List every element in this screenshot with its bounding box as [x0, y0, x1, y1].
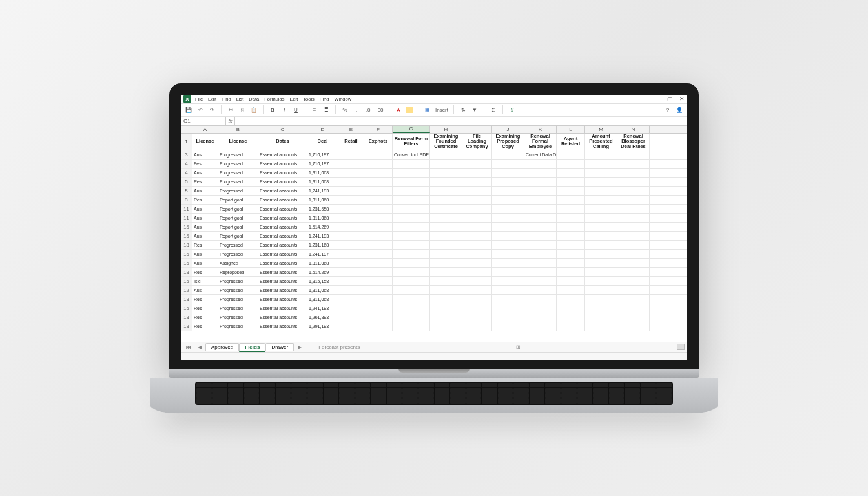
cell[interactable]	[492, 241, 524, 249]
cell[interactable]	[393, 322, 430, 331]
cell[interactable]: Res	[192, 196, 218, 204]
cell[interactable]	[492, 313, 524, 322]
cell[interactable]	[492, 268, 524, 276]
menu-list[interactable]: List	[236, 96, 244, 102]
cell[interactable]	[364, 223, 393, 231]
cell[interactable]	[585, 214, 617, 222]
cell[interactable]	[585, 169, 617, 177]
cell[interactable]: Essential accounts	[258, 286, 307, 294]
cell[interactable]	[617, 205, 650, 213]
cell[interactable]: Progressed	[218, 250, 258, 258]
cell[interactable]	[462, 187, 492, 195]
menu-file[interactable]: File	[195, 96, 203, 102]
cell[interactable]	[338, 313, 364, 322]
cell[interactable]: 1,710,197	[307, 160, 338, 168]
cell[interactable]	[338, 205, 364, 213]
cell[interactable]	[585, 313, 617, 322]
cell[interactable]	[364, 322, 393, 331]
cell[interactable]	[338, 259, 364, 267]
cell[interactable]	[462, 205, 492, 213]
column-header-M[interactable]: M	[585, 126, 617, 133]
cell[interactable]	[557, 196, 585, 204]
spreadsheet-grid[interactable]: ABCDEFGHIJKLMN 1LicenseLicenseDatesDealR…	[181, 126, 687, 342]
insert-chart-icon[interactable]: ▦	[424, 106, 431, 114]
cell[interactable]	[462, 241, 492, 249]
column-header-L[interactable]: L	[557, 126, 585, 133]
header-cell[interactable]: Amount Presented Calling	[585, 134, 617, 150]
cell[interactable]	[462, 223, 492, 231]
cell[interactable]	[524, 313, 557, 322]
cell[interactable]	[364, 259, 393, 267]
cell[interactable]	[557, 259, 585, 267]
column-header-N[interactable]: N	[617, 126, 650, 133]
cell[interactable]	[585, 160, 617, 168]
cell[interactable]	[430, 205, 462, 213]
row-header[interactable]: 18	[181, 322, 192, 331]
row-header[interactable]: 4	[181, 160, 192, 168]
cell[interactable]	[617, 178, 650, 186]
cell[interactable]	[585, 295, 617, 304]
cell[interactable]: 1,261,893	[307, 313, 338, 322]
cell[interactable]	[585, 150, 617, 159]
cell[interactable]	[557, 150, 585, 159]
menu-tools[interactable]: Tools	[303, 96, 315, 102]
help-icon[interactable]: ?	[664, 106, 672, 114]
sheet-tab-drawer[interactable]: Drawer	[265, 343, 294, 351]
cell[interactable]	[557, 187, 585, 195]
cell[interactable]	[557, 313, 585, 322]
cell[interactable]	[492, 295, 524, 304]
cell[interactable]	[393, 223, 430, 231]
cell[interactable]: Essential accounts	[258, 277, 307, 285]
cell[interactable]: Assigned	[218, 259, 258, 267]
cell[interactable]	[524, 295, 557, 304]
cell[interactable]	[430, 286, 462, 294]
cell[interactable]	[338, 196, 364, 204]
cell[interactable]	[585, 259, 617, 267]
row-header[interactable]: 3	[181, 150, 192, 159]
cell[interactable]	[430, 169, 462, 177]
redo-icon[interactable]: ↷	[208, 106, 216, 114]
italic-icon[interactable]: I	[280, 106, 288, 114]
cell[interactable]	[557, 169, 585, 177]
cell[interactable]: Essential accounts	[258, 259, 307, 267]
row-header[interactable]: 15	[181, 259, 192, 267]
cell[interactable]	[430, 214, 462, 222]
cell[interactable]	[338, 241, 364, 249]
cell[interactable]	[364, 250, 393, 258]
cell[interactable]	[364, 178, 393, 186]
cell[interactable]: Reproposed	[218, 268, 258, 276]
cell[interactable]	[617, 259, 650, 267]
cell[interactable]	[492, 223, 524, 231]
cell[interactable]	[393, 214, 430, 222]
cell[interactable]: Res	[192, 322, 218, 331]
cell[interactable]	[430, 304, 462, 313]
cell[interactable]	[617, 295, 650, 304]
column-header-C[interactable]: C	[258, 126, 307, 133]
cell[interactable]	[585, 250, 617, 258]
cell[interactable]: 1,311,068	[307, 286, 338, 294]
menu-find[interactable]: Find	[222, 96, 231, 102]
undo-icon[interactable]: ↶	[196, 106, 204, 114]
cell[interactable]: Essential accounts	[258, 150, 307, 159]
percent-icon[interactable]: %	[341, 106, 349, 114]
cell[interactable]	[462, 178, 492, 186]
cell[interactable]	[462, 322, 492, 331]
cell[interactable]	[393, 241, 430, 249]
cell[interactable]	[557, 286, 585, 294]
cell[interactable]: 1,710,197	[307, 150, 338, 159]
cell[interactable]: Essential accounts	[258, 241, 307, 249]
cell[interactable]	[617, 223, 650, 231]
cell[interactable]	[617, 268, 650, 276]
cell[interactable]: Res	[192, 313, 218, 322]
row-header[interactable]: 15	[181, 223, 192, 231]
column-header-A[interactable]: A	[192, 126, 218, 133]
cell[interactable]	[585, 178, 617, 186]
row-header[interactable]: 15	[181, 304, 192, 313]
cell[interactable]	[585, 241, 617, 249]
cell[interactable]	[585, 304, 617, 313]
close-button[interactable]: ✕	[679, 96, 685, 102]
cell[interactable]	[393, 232, 430, 240]
cell[interactable]	[557, 304, 585, 313]
cell[interactable]	[492, 205, 524, 213]
zoom-icon[interactable]: ⊞	[516, 344, 521, 350]
